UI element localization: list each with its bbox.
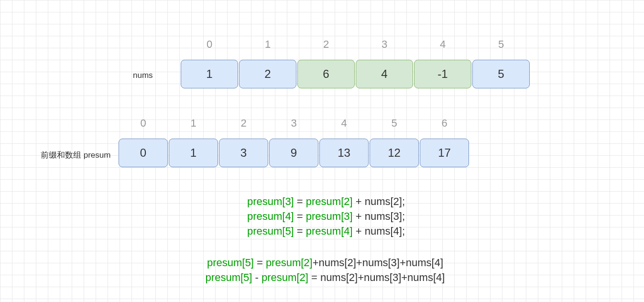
presum-index: 0 bbox=[119, 117, 168, 129]
presum-index: 4 bbox=[319, 117, 369, 129]
nums-index: 0 bbox=[181, 38, 238, 51]
formula-line: presum[3] = presum[2] + nums[2]; bbox=[230, 194, 422, 209]
formula-line: presum[5] - presum[2] = nums[2]+nums[3]+… bbox=[177, 270, 473, 285]
nums-index: 4 bbox=[414, 38, 471, 51]
presum-cell: 17 bbox=[420, 139, 469, 167]
formula-line: presum[5] = presum[4] + nums[4]; bbox=[230, 224, 422, 239]
presum-index: 2 bbox=[219, 117, 268, 129]
formula-block-1: presum[3] = presum[2] + nums[2]; presum[… bbox=[230, 194, 422, 238]
presum-label: 前缀和数组 presum bbox=[41, 150, 110, 161]
presum-cell: 3 bbox=[219, 139, 268, 167]
presum-cell: 1 bbox=[169, 139, 218, 167]
nums-cell-highlight: 4 bbox=[356, 60, 413, 88]
presum-cell: 0 bbox=[119, 139, 168, 167]
presum-cell: 9 bbox=[269, 139, 318, 167]
nums-index: 3 bbox=[356, 38, 413, 51]
nums-label: nums bbox=[133, 71, 153, 80]
presum-index: 3 bbox=[269, 117, 318, 129]
presum-cell: 13 bbox=[319, 139, 369, 167]
nums-index: 1 bbox=[239, 38, 296, 51]
nums-cell: 1 bbox=[181, 60, 238, 88]
presum-array: 0 1 3 9 13 12 17 bbox=[119, 139, 470, 167]
presum-index: 5 bbox=[370, 117, 419, 129]
formula-line: presum[4] = presum[3] + nums[3]; bbox=[230, 209, 422, 224]
nums-index: 2 bbox=[297, 38, 355, 51]
nums-cell-highlight: 6 bbox=[297, 60, 355, 88]
nums-cell: 5 bbox=[472, 60, 530, 88]
presum-index: 6 bbox=[420, 117, 469, 129]
presum-index: 1 bbox=[169, 117, 218, 129]
formula-line: presum[5] = presum[2]+nums[2]+nums[3]+nu… bbox=[177, 256, 473, 270]
nums-array: 1 2 6 4 -1 5 bbox=[181, 60, 531, 88]
nums-cell: 2 bbox=[239, 60, 296, 88]
nums-index: 5 bbox=[472, 38, 530, 51]
presum-cell: 12 bbox=[370, 139, 419, 167]
formula-block-2: presum[5] = presum[2]+nums[2]+nums[3]+nu… bbox=[177, 256, 473, 285]
nums-cell-highlight: -1 bbox=[414, 60, 471, 88]
